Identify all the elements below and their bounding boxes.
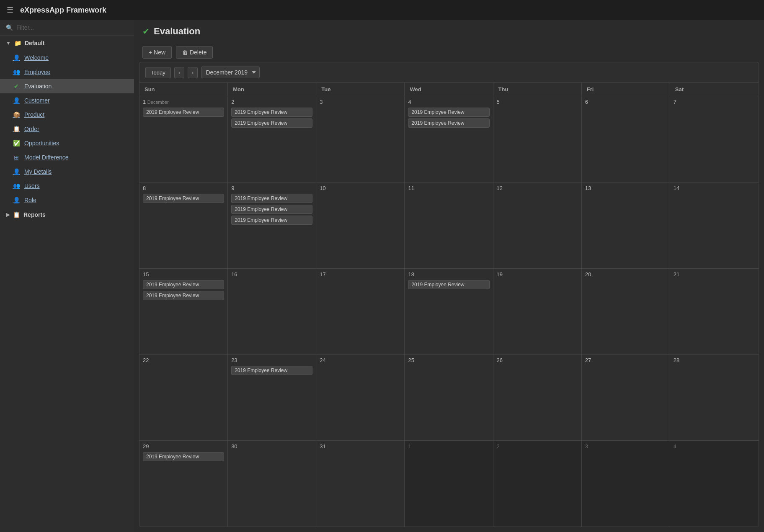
event-item[interactable]: 2019 Employee Review bbox=[231, 108, 312, 117]
calendar-day[interactable]: 31 bbox=[316, 441, 405, 527]
calendar-day[interactable]: 26 bbox=[493, 355, 582, 440]
prev-button[interactable]: ‹ bbox=[174, 67, 184, 78]
event-item[interactable]: 2019 Employee Review bbox=[143, 280, 224, 289]
event-item[interactable]: 2019 Employee Review bbox=[231, 366, 312, 375]
sidebar-item-label: Evaluation bbox=[24, 83, 52, 90]
calendar-day[interactable]: 30 bbox=[228, 441, 316, 527]
calendar-day[interactable]: 5 bbox=[493, 96, 582, 182]
calendar-week-1: 82019 Employee Review92019 Employee Revi… bbox=[139, 182, 759, 269]
calendar-day[interactable]: 3 bbox=[316, 96, 405, 182]
calendar-week-2: 152019 Employee Review2019 Employee Revi… bbox=[139, 269, 759, 355]
calendar-day[interactable]: 232019 Employee Review bbox=[228, 355, 316, 440]
calendar-day[interactable]: 10 bbox=[316, 182, 405, 268]
event-item[interactable]: 2019 Employee Review bbox=[231, 118, 312, 128]
weekday-headers: SunMonTueWedThuFriSat bbox=[139, 83, 759, 96]
today-button[interactable]: Today bbox=[145, 67, 171, 78]
calendar-day[interactable]: 27 bbox=[582, 355, 670, 440]
my-details-icon: 👤 bbox=[13, 168, 20, 175]
welcome-icon: 👤 bbox=[13, 54, 20, 62]
calendar-day[interactable]: 14 bbox=[670, 182, 759, 268]
sidebar-default-section[interactable]: ▼ 📁 Default bbox=[0, 36, 134, 51]
calendar-day[interactable]: 182019 Employee Review bbox=[405, 269, 493, 355]
event-item[interactable]: 2019 Employee Review bbox=[231, 194, 312, 203]
calendar-day[interactable]: 19 bbox=[493, 269, 582, 355]
calendar-day[interactable]: 11 bbox=[405, 182, 493, 268]
menu-icon[interactable]: ☰ bbox=[7, 5, 13, 15]
calendar-day[interactable]: 16 bbox=[228, 269, 316, 355]
day-number: 22 bbox=[143, 357, 224, 363]
weekday-header-mon: Mon bbox=[228, 83, 316, 96]
delete-button[interactable]: 🗑 Delete bbox=[176, 46, 213, 59]
sidebar-item-label: Welcome bbox=[24, 54, 49, 61]
sidebar-item-customer[interactable]: 👤 Customer bbox=[0, 93, 134, 108]
calendar-day[interactable]: 13 bbox=[582, 182, 670, 268]
calendar-day[interactable]: 22 bbox=[139, 355, 228, 440]
sidebar-nav: 👤 Welcome 👥 Employee ✔ Evaluation 👤 Cust… bbox=[0, 51, 134, 207]
sidebar-item-evaluation[interactable]: ✔ Evaluation bbox=[0, 79, 134, 93]
next-button[interactable]: › bbox=[188, 67, 198, 78]
folder-icon: 📁 bbox=[14, 40, 21, 46]
event-item[interactable]: 2019 Employee Review bbox=[231, 216, 312, 225]
calendar-day[interactable]: 7 bbox=[670, 96, 759, 182]
event-item[interactable]: 2019 Employee Review bbox=[143, 452, 224, 461]
reports-label: Reports bbox=[23, 211, 46, 218]
page-icon: ✔ bbox=[142, 26, 150, 36]
calendar-day[interactable]: 20 bbox=[582, 269, 670, 355]
day-number: 26 bbox=[497, 357, 578, 363]
sidebar-item-users[interactable]: 👥 Users bbox=[0, 179, 134, 193]
day-number: 9 bbox=[231, 185, 312, 191]
sidebar-item-employee[interactable]: 👥 Employee bbox=[0, 65, 134, 79]
sidebar-item-label: Order bbox=[24, 126, 39, 132]
sidebar-item-product[interactable]: 📦 Product bbox=[0, 108, 134, 122]
day-number: 7 bbox=[674, 99, 755, 105]
calendar-day[interactable]: 25 bbox=[405, 355, 493, 440]
sidebar-item-label: Product bbox=[24, 111, 44, 118]
calendar-day[interactable]: 92019 Employee Review2019 Employee Revie… bbox=[228, 182, 316, 268]
calendar-day[interactable]: 152019 Employee Review2019 Employee Revi… bbox=[139, 269, 228, 355]
calendar-day[interactable]: 6 bbox=[582, 96, 670, 182]
calendar-day[interactable]: 17 bbox=[316, 269, 405, 355]
sidebar-reports-section[interactable]: ▶ 📋 Reports bbox=[0, 207, 134, 222]
sidebar-item-welcome[interactable]: 👤 Welcome bbox=[0, 51, 134, 65]
calendar-day[interactable]: 2 bbox=[493, 441, 582, 527]
calendar-day[interactable]: 12 bbox=[493, 182, 582, 268]
product-icon: 📦 bbox=[13, 111, 20, 118]
calendar-day[interactable]: 3 bbox=[582, 441, 670, 527]
event-item[interactable]: 2019 Employee Review bbox=[143, 108, 224, 117]
event-item[interactable]: 2019 Employee Review bbox=[231, 205, 312, 214]
day-number: 27 bbox=[585, 357, 666, 363]
calendar-day[interactable]: 292019 Employee Review bbox=[139, 441, 228, 527]
event-item[interactable]: 2019 Employee Review bbox=[408, 108, 489, 117]
calendar-day[interactable]: 28 bbox=[670, 355, 759, 440]
sidebar-item-role[interactable]: 👤 Role bbox=[0, 193, 134, 207]
calendar-day[interactable]: 1 bbox=[405, 441, 493, 527]
sidebar-filter[interactable]: 🔍 bbox=[0, 20, 134, 36]
sidebar-item-order[interactable]: 📋 Order bbox=[0, 122, 134, 136]
filter-icon: 🔍 bbox=[6, 24, 13, 31]
day-number: 4 bbox=[674, 443, 755, 450]
event-item[interactable]: 2019 Employee Review bbox=[143, 291, 224, 300]
page-title: Evaluation bbox=[154, 26, 200, 37]
calendar-week-0: 1 December2019 Employee Review22019 Empl… bbox=[139, 96, 759, 182]
calendar-day[interactable]: 42019 Employee Review2019 Employee Revie… bbox=[405, 96, 493, 182]
month-year-select[interactable]: December 2019 November 2019 January 2020 bbox=[201, 67, 260, 78]
sidebar-item-opportunities[interactable]: ✅ Opportunities bbox=[0, 136, 134, 150]
day-number: 16 bbox=[231, 271, 312, 278]
sidebar-item-model-difference[interactable]: ⊞ Model Difference bbox=[0, 150, 134, 164]
calendar-container: Today ‹ › December 2019 November 2019 Ja… bbox=[139, 62, 759, 527]
calendar-day[interactable]: 24 bbox=[316, 355, 405, 440]
calendar-day[interactable]: 21 bbox=[670, 269, 759, 355]
sidebar-item-my-details[interactable]: 👤 My Details bbox=[0, 164, 134, 179]
calendar-day[interactable]: 4 bbox=[670, 441, 759, 527]
event-item[interactable]: 2019 Employee Review bbox=[408, 118, 489, 128]
day-number: 6 bbox=[585, 99, 666, 105]
calendar-day[interactable]: 82019 Employee Review bbox=[139, 182, 228, 268]
chevron-right-icon: ▶ bbox=[6, 212, 10, 218]
event-item[interactable]: 2019 Employee Review bbox=[143, 194, 224, 203]
event-item[interactable]: 2019 Employee Review bbox=[408, 280, 489, 289]
calendar-day[interactable]: 22019 Employee Review2019 Employee Revie… bbox=[228, 96, 316, 182]
employee-icon: 👥 bbox=[13, 68, 20, 76]
new-button[interactable]: + New bbox=[142, 46, 172, 59]
filter-input[interactable] bbox=[16, 24, 128, 31]
calendar-day[interactable]: 1 December2019 Employee Review bbox=[139, 96, 228, 182]
